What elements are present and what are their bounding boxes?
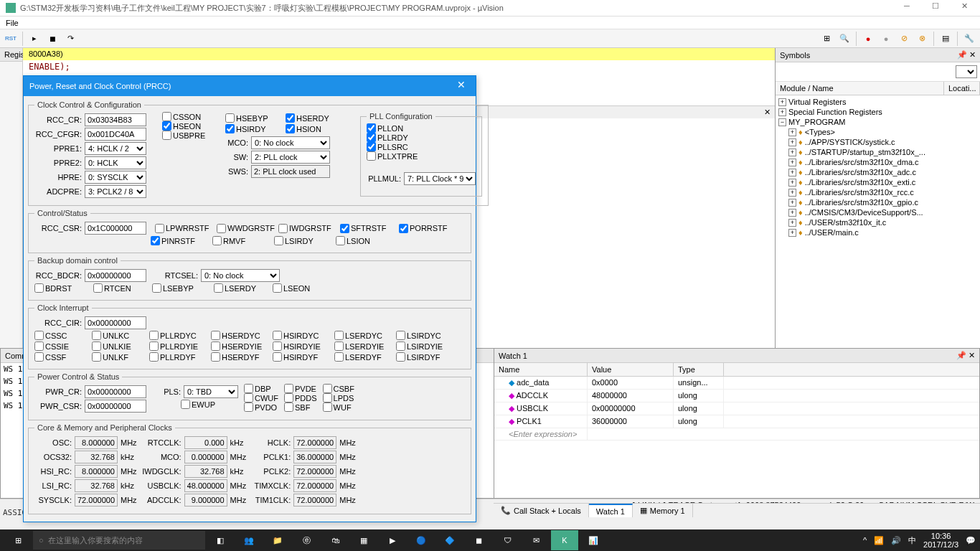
csson-check[interactable]: CSSON: [162, 112, 220, 121]
ppre2-select[interactable]: 0: HCLK: [85, 156, 146, 169]
tray-up-icon[interactable]: ^: [863, 536, 867, 545]
tab-close-icon[interactable]: ✕: [760, 106, 775, 118]
app-icon[interactable]: 🛡: [494, 530, 521, 550]
usbpre-check[interactable]: USBPRE: [162, 131, 220, 140]
wifi-icon[interactable]: 📶: [874, 536, 884, 545]
pwr-csr-input[interactable]: [85, 400, 146, 413]
app-icon: [6, 3, 16, 13]
watch-pane: Watch 1📌 ✕ Name Value Type ◆ adc_data0x0…: [494, 348, 980, 499]
menu-bar: File: [0, 17, 980, 29]
hseon-check[interactable]: HSEON: [162, 121, 220, 131]
rcc-bdcr-input[interactable]: [85, 269, 146, 282]
sym-hdr-loc[interactable]: Locati...: [944, 82, 980, 95]
mail-icon[interactable]: ✉: [522, 530, 550, 550]
cmc-group: Core & Memory and Peripheral Clocks OSC:…: [28, 423, 471, 514]
sym-hdr-name[interactable]: Module / Name: [776, 82, 944, 95]
rtcsel-select[interactable]: 0: No clock: [201, 269, 280, 282]
run-icon[interactable]: ▸: [27, 31, 42, 47]
volume-icon[interactable]: 🔊: [891, 536, 901, 545]
tab-memory1[interactable]: ▦ Memory 1: [633, 504, 693, 517]
dots2-icon[interactable]: ⊗: [914, 31, 930, 47]
close-button[interactable]: ✕: [954, 1, 974, 14]
app-icon[interactable]: ▶: [379, 530, 406, 550]
app-icon[interactable]: ▦: [350, 530, 377, 550]
task-view-icon[interactable]: ◧: [207, 530, 234, 550]
app-icon[interactable]: 🔵: [407, 530, 435, 550]
main-area: Regis... 8000A38) ENABLE); 📄dma.h 📄main.…: [0, 48, 980, 499]
symbols-tree[interactable]: +Virtual Registers +Special Function Reg…: [776, 95, 980, 239]
hsirdy-check[interactable]: HSIRDY: [225, 124, 283, 133]
pwr-cr-input[interactable]: [85, 385, 146, 398]
collapse-icon[interactable]: −: [778, 118, 786, 126]
dialog-close-button[interactable]: ✕: [453, 79, 470, 93]
pcs-group: Power Control & Status PWR_CR: PWR_CSR: …: [28, 372, 471, 420]
adcpre-select[interactable]: 3: PCLK2 / 8: [85, 185, 146, 198]
start-button[interactable]: ⊞: [4, 530, 32, 550]
pane-controls[interactable]: 📌 ✕: [956, 351, 975, 360]
ccc-group: Clock Control & Configuration RCC_CR: RC…: [28, 100, 489, 206]
hsion-check[interactable]: HSION: [286, 124, 321, 133]
title-bar: G:\STM32开发板学习资料\电子工作文件\keil工程\MY PROJECT…: [0, 0, 980, 17]
rcc-cfgr-input[interactable]: [85, 128, 146, 141]
symbols-filter[interactable]: [956, 65, 977, 78]
dots-icon[interactable]: ⊘: [896, 31, 912, 47]
rcc-cir-input[interactable]: [85, 316, 146, 329]
ime-icon[interactable]: 中: [908, 535, 916, 546]
mco-select[interactable]: 0: No clock: [251, 136, 330, 149]
keil-icon[interactable]: K: [551, 530, 578, 550]
notification-icon[interactable]: 💬: [966, 536, 976, 545]
wrench-icon[interactable]: 🔧: [961, 31, 977, 47]
layout-icon[interactable]: ▤: [938, 31, 953, 47]
ppre1-select[interactable]: 4: HCLK / 2: [85, 142, 146, 155]
expand-icon[interactable]: +: [778, 108, 786, 116]
code-line: ENABLE);: [23, 60, 775, 73]
expand-icon[interactable]: +: [778, 98, 786, 106]
app-icon[interactable]: 🔷: [436, 530, 463, 550]
maximize-button[interactable]: ☐: [925, 1, 946, 14]
hsebyp-check[interactable]: HSEBYP: [225, 113, 283, 123]
hpre-select[interactable]: 0: SYSCLK: [85, 171, 146, 184]
step-icon[interactable]: ↷: [62, 31, 78, 47]
minimize-button[interactable]: ─: [897, 1, 917, 14]
watch-row[interactable]: ◆ ADCCLK48000000ulong: [494, 390, 979, 402]
pllrdy-check[interactable]: PLLRDY: [367, 133, 476, 142]
tab-callstack[interactable]: 📞 Call Stack + Locals: [494, 504, 589, 517]
edge-icon[interactable]: ⓔ: [293, 530, 320, 550]
app-icon[interactable]: 📊: [580, 530, 607, 550]
pllxtpre-check[interactable]: PLLXTPRE: [367, 151, 476, 161]
red-dot-icon[interactable]: ●: [860, 31, 876, 47]
tab-watch1[interactable]: Watch 1: [589, 504, 633, 517]
taskbar: ⊞ ○ 在这里输入你要搜索的内容 ◧ 👥 📁 ⓔ 🛍 ▦ ▶ 🔵 🔷 ◼ 🛡 ✉…: [0, 529, 980, 551]
bdc-group: Backup domain control RCC_BDCR: RTCSEL: …: [28, 256, 471, 301]
watch-row[interactable]: ◆ USBCLK0x00000000ulong: [494, 402, 979, 415]
store-icon[interactable]: 🛍: [321, 530, 349, 550]
explorer-icon[interactable]: 📁: [264, 530, 291, 550]
ci-group: Clock Interrupt RCC_CIR: CSSC UNLKC PLLR…: [28, 303, 471, 369]
people-icon[interactable]: 👥: [235, 530, 263, 550]
pllmul-select[interactable]: 7: PLL Clock * 9: [404, 172, 476, 185]
search-box[interactable]: ○ 在这里输入你要搜索的内容: [33, 531, 205, 550]
system-tray[interactable]: ^ 📶 🔊 中 10:36 2017/12/3 💬: [863, 532, 976, 549]
watch-row[interactable]: ◆ adc_data0x0000unsign...: [494, 377, 979, 390]
rst-button[interactable]: RST: [3, 31, 19, 47]
rcc-csr-input[interactable]: [85, 222, 146, 235]
app-icon[interactable]: ◼: [465, 530, 492, 550]
window-icon[interactable]: ⊞: [819, 31, 834, 47]
watch-row[interactable]: ◆ PCLK136000000ulong: [494, 415, 979, 428]
rcc-cr-input[interactable]: [85, 113, 146, 126]
pllsrc-check[interactable]: PLLSRC: [367, 142, 476, 151]
gray-dot-icon[interactable]: ●: [878, 31, 894, 47]
sw-select[interactable]: 2: PLL clock: [251, 151, 330, 164]
dialog-title: Power, Reset and Clock Control (PRCC): [29, 82, 171, 90]
stop-icon[interactable]: ⏹: [44, 31, 60, 47]
window-title: G:\STM32开发板学习资料\电子工作文件\keil工程\MY PROJECT…: [20, 3, 897, 14]
pane-pin-icon[interactable]: 📌 ✕: [957, 50, 976, 60]
watch-enter[interactable]: <Enter expression>: [494, 428, 979, 441]
hserdy-check[interactable]: HSERDY: [286, 113, 329, 123]
symbols-title: Symbols: [780, 51, 810, 60]
bottom-tabs: 📞 Call Stack + Locals Watch 1 ▦ Memory 1: [494, 503, 980, 517]
menu-file[interactable]: File: [6, 19, 19, 27]
find-icon[interactable]: 🔍: [837, 31, 852, 47]
pllon-check[interactable]: PLLON: [367, 123, 476, 133]
pls-select[interactable]: 0: TBD: [184, 385, 238, 398]
